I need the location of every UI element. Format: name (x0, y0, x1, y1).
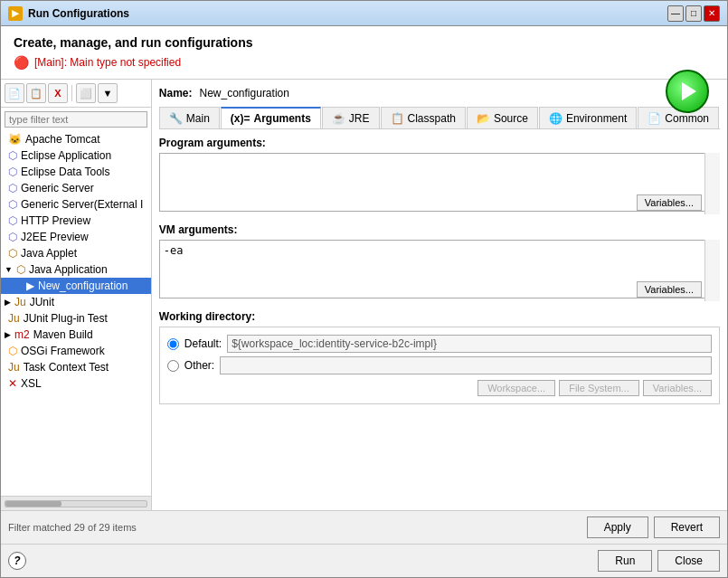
run-triangle-icon (682, 82, 696, 100)
tab-classpath[interactable]: 📋 Classpath (381, 107, 466, 128)
tree-item-icon: Ju (8, 312, 20, 325)
tree-item-eclipse-application[interactable]: ⬡ Eclipse Application (1, 147, 151, 164)
other-label[interactable]: Other: (184, 359, 214, 372)
other-radio[interactable] (167, 360, 179, 372)
bottom-bar: Filter matched 29 of 29 items Apply Reve… (1, 510, 727, 544)
tab-arguments[interactable]: (x)= Arguments (221, 107, 321, 128)
tree-item-icon: ⬡ (8, 247, 17, 260)
close-button[interactable]: Close (657, 550, 720, 572)
help-button[interactable]: ? (8, 552, 26, 570)
window-icon: ▶ (8, 6, 23, 21)
header-error: 🔴 [Main]: Main type not specified (14, 55, 664, 70)
other-dir-input[interactable] (220, 356, 712, 374)
filter-button[interactable]: ⬜ (76, 83, 96, 103)
tree-item-j2ee-preview[interactable]: ⬡ J2EE Preview (1, 229, 151, 245)
tree-item-label: XSL (21, 377, 42, 390)
tree-item-icon: ⬡ (8, 149, 17, 162)
tree-item-label: Task Context Test (24, 361, 109, 374)
tree-item-generic-server-ext[interactable]: ⬡ Generic Server(External I (1, 196, 151, 213)
default-dir-input (227, 335, 712, 353)
tree-item-icon: 🐱 (8, 133, 22, 146)
tab-main[interactable]: 🔧 Main (159, 107, 220, 128)
working-directory-section: Working directory: Default: Other: Works… (159, 310, 720, 404)
copy-config-button[interactable]: 📋 (26, 83, 46, 103)
default-radio[interactable] (167, 338, 179, 350)
tree-item-eclipse-data-tools[interactable]: ⬡ Eclipse Data Tools (1, 164, 151, 180)
header: Create, manage, and run configurations 🔴… (1, 26, 727, 80)
minimize-button[interactable]: — (667, 5, 684, 22)
title-bar: ▶ Run Configurations — □ ✕ (1, 1, 727, 26)
revert-button[interactable]: Revert (654, 516, 720, 538)
window-title: Run Configurations (28, 7, 129, 20)
tree-item-icon: ⬡ (8, 198, 17, 211)
left-panel: 📄 📋 X ⬜ ▼ 🐱 Apache Tomcat ⬡ Eclipse Appl… (1, 80, 152, 510)
workspace-button[interactable]: Workspace... (477, 380, 555, 396)
expand-arrow-icon: ▶ (5, 298, 11, 307)
tab-jre-icon: ☕ (332, 112, 345, 125)
tree-item-xsl[interactable]: ✕ XSL (1, 375, 151, 392)
dropdown-button[interactable]: ▼ (98, 83, 118, 103)
tree-item-task-context-test[interactable]: Ju Task Context Test (1, 359, 151, 375)
left-scroll[interactable] (1, 496, 151, 510)
action-buttons: Apply Revert (587, 516, 720, 538)
tree-item-label: JUnit Plug-in Test (24, 312, 108, 325)
program-variables-button[interactable]: Variables... (637, 194, 702, 211)
error-text: [Main]: Main type not specified (34, 56, 181, 69)
config-tree: 🐱 Apache Tomcat ⬡ Eclipse Application ⬡ … (1, 131, 151, 496)
tab-classpath-label: Classpath (408, 112, 456, 125)
maximize-button[interactable]: □ (685, 5, 702, 22)
tree-item-maven-build[interactable]: ▶ m2 Maven Build (1, 327, 151, 343)
footer-buttons: Run Close (598, 550, 720, 572)
default-label[interactable]: Default: (184, 337, 222, 350)
error-icon: 🔴 (14, 55, 29, 70)
filter-input[interactable] (5, 111, 147, 128)
tree-item-label: Generic Server (21, 182, 94, 194)
tab-source-label: Source (494, 112, 528, 125)
expand-arrow-icon: ▼ (5, 265, 13, 274)
tree-item-http-preview[interactable]: ⬡ HTTP Preview (1, 213, 151, 229)
tab-common-icon: 📄 (648, 112, 661, 125)
main-content: 📄 📋 X ⬜ ▼ 🐱 Apache Tomcat ⬡ Eclipse Appl… (1, 80, 727, 510)
toolbar-separator (71, 85, 72, 101)
tree-item-java-application[interactable]: ▼ ⬡ Java Application (1, 261, 151, 278)
tab-environment[interactable]: 🌐 Environment (539, 107, 637, 128)
vm-arguments-container: -ea Variables... (159, 240, 720, 301)
tree-item-osgi-framework[interactable]: ⬡ OSGi Framework (1, 343, 151, 359)
tree-item-icon: ⬡ (8, 345, 17, 357)
apply-button[interactable]: Apply (587, 516, 648, 538)
tab-bar: 🔧 Main (x)= Arguments ☕ JRE 📋 Classpath … (159, 107, 720, 129)
tree-item-new-configuration[interactable]: ▶ New_configuration (1, 278, 151, 294)
tree-item-icon: ⬡ (8, 214, 17, 227)
tree-item-junit[interactable]: ▶ Ju JUnit (1, 294, 151, 310)
delete-config-button[interactable]: X (48, 83, 68, 103)
tree-item-label: HTTP Preview (21, 214, 90, 227)
tab-environment-label: Environment (566, 112, 627, 125)
close-window-button[interactable]: ✕ (704, 5, 720, 22)
tree-item-icon: ⬡ (8, 182, 17, 194)
right-panel: Name: New_configuration 🔧 Main (x)= Argu… (152, 80, 727, 510)
tab-environment-icon: 🌐 (549, 112, 563, 125)
tree-item-junit-plugin[interactable]: Ju JUnit Plug-in Test (1, 310, 151, 327)
working-directory-box: Default: Other: Workspace... File System… (159, 327, 720, 404)
left-toolbar: 📄 📋 X ⬜ ▼ (1, 80, 151, 108)
filesystem-button[interactable]: File System... (559, 380, 639, 396)
name-row: Name: New_configuration (159, 87, 720, 99)
dir-variables-button[interactable]: Variables... (643, 380, 712, 396)
tree-item-java-applet[interactable]: ⬡ Java Applet (1, 245, 151, 261)
other-radio-row: Other: (167, 356, 712, 374)
new-config-button[interactable]: 📄 (5, 83, 24, 103)
vm-variables-button[interactable]: Variables... (637, 281, 702, 298)
dir-buttons: Workspace... File System... Variables... (167, 380, 712, 396)
run-button-header[interactable] (666, 70, 709, 113)
tree-item-icon: ⬡ (8, 166, 17, 178)
tab-source[interactable]: 📂 Source (467, 107, 538, 128)
tree-item-label: JUnit (30, 296, 54, 308)
tree-item-label: Eclipse Data Tools (21, 166, 110, 178)
tree-item-apache-tomcat[interactable]: 🐱 Apache Tomcat (1, 131, 151, 147)
tab-jre[interactable]: ☕ JRE (322, 107, 380, 128)
tab-common-label: Common (665, 112, 709, 125)
filter-status: Filter matched 29 of 29 items (8, 522, 137, 533)
tab-jre-label: JRE (349, 112, 370, 125)
tree-item-generic-server[interactable]: ⬡ Generic Server (1, 180, 151, 196)
run-button[interactable]: Run (598, 550, 652, 572)
